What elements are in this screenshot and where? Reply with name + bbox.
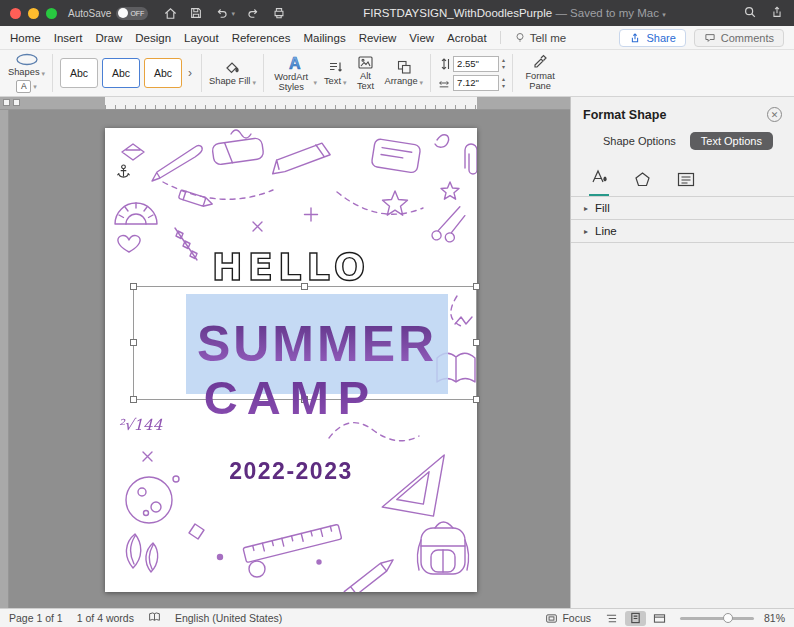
poster-summer-text[interactable]: SUMMER xyxy=(197,315,437,373)
doodle-star xyxy=(383,191,408,215)
shape-height-field[interactable] xyxy=(453,56,499,72)
divider xyxy=(201,54,202,92)
menu-references[interactable]: References xyxy=(232,32,291,44)
doodle-sqrt-text: ²√144 xyxy=(118,416,162,434)
focus-button[interactable]: Focus xyxy=(545,612,591,624)
shape-width-field[interactable] xyxy=(453,75,499,91)
tab-shape-options[interactable]: Shape Options xyxy=(592,132,687,150)
text-box-layout-icon[interactable] xyxy=(676,170,696,196)
tell-me-search[interactable]: Tell me xyxy=(514,32,566,44)
autosave-control[interactable]: AutoSave OFF xyxy=(68,7,148,20)
alt-text-icon xyxy=(357,55,374,70)
share-icon[interactable] xyxy=(770,5,784,21)
resize-handle[interactable] xyxy=(130,339,137,346)
shape-style-option-2[interactable]: Abc xyxy=(102,58,140,88)
zoom-slider-thumb[interactable] xyxy=(723,613,733,623)
doodle-pencil xyxy=(273,140,331,178)
height-stepper[interactable]: ▴▾ xyxy=(502,57,505,70)
menu-mailings[interactable]: Mailings xyxy=(303,32,345,44)
width-stepper[interactable]: ▴▾ xyxy=(502,76,505,89)
menu-layout[interactable]: Layout xyxy=(184,32,219,44)
alt-text-button[interactable]: Alt Text xyxy=(354,55,378,92)
web-layout-view-button[interactable] xyxy=(649,611,670,626)
menu-insert[interactable]: Insert xyxy=(54,32,83,44)
home-icon[interactable] xyxy=(163,6,178,21)
save-icon[interactable] xyxy=(189,6,203,20)
outline-view-button[interactable] xyxy=(601,611,622,626)
zoom-window-button[interactable] xyxy=(46,8,57,19)
chevron-down-icon: ▾ xyxy=(252,79,256,86)
text-outline-icon[interactable] xyxy=(633,170,652,196)
format-pane-label: Format Pane xyxy=(520,72,560,92)
oval-shape-icon xyxy=(15,53,39,66)
menu-view[interactable]: View xyxy=(409,32,434,44)
step-up-icon[interactable]: ▴ xyxy=(502,57,505,63)
menu-acrobat[interactable]: Acrobat xyxy=(447,32,487,44)
shapes-group[interactable]: Shapes▾ A▾ xyxy=(8,53,45,93)
step-down-icon[interactable]: ▾ xyxy=(502,83,505,89)
wordart-styles-button[interactable]: A WordArt Styles▾ xyxy=(271,54,317,93)
text-box-gallery-button[interactable]: A▾ xyxy=(16,80,37,93)
step-down-icon[interactable]: ▾ xyxy=(502,64,505,70)
document-page[interactable]: HELLO SUMMER CAMP 2022-2023 ²√144 xyxy=(105,128,477,592)
divider xyxy=(263,54,264,92)
ruler-page-region xyxy=(105,97,477,109)
divider xyxy=(512,54,513,92)
menu-design[interactable]: Design xyxy=(135,32,171,44)
shape-style-option-3[interactable]: Abc xyxy=(144,58,182,88)
format-pane-button[interactable]: Format Pane xyxy=(520,54,560,92)
chevron-down-icon[interactable]: ▾ xyxy=(231,10,235,17)
close-window-button[interactable] xyxy=(10,8,21,19)
chevron-down-icon[interactable]: ▾ xyxy=(662,11,666,18)
vertical-ruler[interactable] xyxy=(0,110,9,608)
step-up-icon[interactable]: ▴ xyxy=(502,76,505,82)
divider xyxy=(500,31,501,44)
word-count[interactable]: 1 of 4 words xyxy=(77,612,134,624)
resize-handle[interactable] xyxy=(130,283,137,290)
resize-handle[interactable] xyxy=(473,339,480,346)
resize-handle[interactable] xyxy=(301,283,308,290)
shape-fill-label: Shape Fill xyxy=(209,77,250,87)
autosave-toggle[interactable]: OFF xyxy=(116,7,148,20)
search-icon[interactable] xyxy=(743,5,757,21)
print-icon[interactable] xyxy=(272,6,286,20)
page-count[interactable]: Page 1 of 1 xyxy=(9,612,63,624)
menu-draw[interactable]: Draw xyxy=(95,32,122,44)
menu-review[interactable]: Review xyxy=(359,32,397,44)
horizontal-ruler[interactable] xyxy=(0,97,570,110)
resize-handle[interactable] xyxy=(473,283,480,290)
lightbulb-icon xyxy=(514,32,526,44)
shape-style-option-1[interactable]: Abc xyxy=(60,58,98,88)
tab-text-options[interactable]: Text Options xyxy=(690,132,773,150)
document-canvas[interactable]: HELLO SUMMER CAMP 2022-2023 ²√144 xyxy=(0,97,570,608)
tab-stop-selector[interactable] xyxy=(13,99,20,106)
arrange-label: Arrange xyxy=(385,77,418,87)
share-button[interactable]: Share xyxy=(619,29,685,47)
gallery-expand-icon[interactable]: › xyxy=(186,66,194,80)
text-box-icon: A xyxy=(16,80,31,93)
fill-section-header[interactable]: ▸ Fill xyxy=(571,196,794,219)
shape-fill-button[interactable]: Shape Fill▾ xyxy=(209,59,256,87)
wordart-label: WordArt Styles xyxy=(271,73,311,93)
shapes-label: Shapes xyxy=(8,68,40,78)
zoom-percentage[interactable]: 81% xyxy=(764,612,785,624)
undo-button[interactable]: ▾ xyxy=(214,6,235,20)
text-fill-icon[interactable] xyxy=(589,168,609,196)
tab-stop-selector[interactable] xyxy=(3,99,10,106)
comments-button[interactable]: Comments xyxy=(694,29,784,47)
comment-bubble-icon xyxy=(704,32,716,44)
close-panel-icon[interactable]: ✕ xyxy=(767,107,782,122)
svg-text:A: A xyxy=(289,55,301,71)
language-status[interactable]: English (United States) xyxy=(175,612,282,624)
doodle-plus xyxy=(305,208,318,221)
arrange-button[interactable]: Arrange▾ xyxy=(385,59,424,87)
line-section-header[interactable]: ▸ Line xyxy=(571,219,794,243)
print-layout-view-button[interactable] xyxy=(625,611,646,626)
redo-button[interactable] xyxy=(246,6,261,20)
menu-home[interactable]: Home xyxy=(10,32,41,44)
proofing-icon[interactable] xyxy=(148,611,161,625)
minimize-window-button[interactable] xyxy=(28,8,39,19)
zoom-slider[interactable] xyxy=(680,617,754,620)
text-direction-button[interactable]: Text▾ xyxy=(324,59,347,87)
doodle-pencil-bottom xyxy=(344,556,396,592)
